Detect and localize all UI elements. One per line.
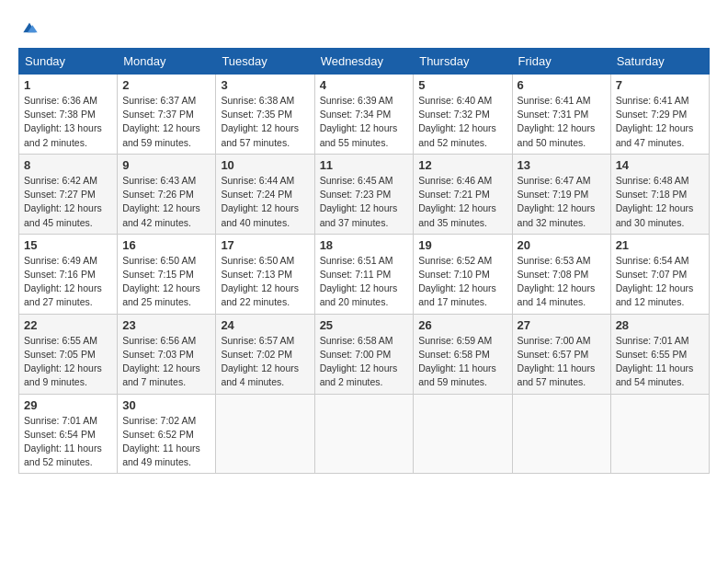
day-number: 4 [320,78,409,92]
day-number: 3 [221,78,309,92]
calendar-cell [414,394,512,474]
calendar-cell: 22Sunrise: 6:55 AMSunset: 7:05 PMDayligh… [19,314,118,394]
calendar-cell [216,394,314,474]
calendar-cell: 11Sunrise: 6:45 AMSunset: 7:23 PMDayligh… [314,154,414,234]
week-row-5: 29Sunrise: 7:01 AMSunset: 6:54 PMDayligh… [19,394,710,474]
day-content: Sunrise: 6:56 AMSunset: 7:03 PMDaylight:… [122,334,210,390]
calendar-cell: 4Sunrise: 6:39 AMSunset: 7:34 PMDaylight… [314,75,414,155]
day-number: 25 [320,318,409,332]
logo-icon [20,18,39,37]
week-row-1: 1Sunrise: 6:36 AMSunset: 7:38 PMDaylight… [19,75,710,155]
day-content: Sunrise: 6:41 AMSunset: 7:31 PMDaylight:… [518,94,606,150]
day-number: 28 [616,318,704,332]
day-content: Sunrise: 6:37 AMSunset: 7:37 PMDaylight:… [122,94,210,150]
day-content: Sunrise: 7:02 AMSunset: 6:52 PMDaylight:… [122,414,210,470]
day-content: Sunrise: 6:41 AMSunset: 7:29 PMDaylight:… [616,94,704,150]
week-row-3: 15Sunrise: 6:49 AMSunset: 7:16 PMDayligh… [19,234,710,314]
day-number: 15 [24,238,112,252]
calendar-cell: 7Sunrise: 6:41 AMSunset: 7:29 PMDaylight… [610,75,709,155]
calendar-cell: 9Sunrise: 6:43 AMSunset: 7:26 PMDaylight… [118,154,216,234]
day-content: Sunrise: 7:00 AMSunset: 6:57 PMDaylight:… [518,334,606,390]
day-content: Sunrise: 6:40 AMSunset: 7:32 PMDaylight:… [418,94,506,150]
weekday-header-thursday: Thursday [414,49,512,75]
day-number: 19 [418,238,506,252]
day-number: 29 [24,398,112,412]
calendar-cell [610,394,709,474]
calendar-cell: 29Sunrise: 7:01 AMSunset: 6:54 PMDayligh… [19,394,118,474]
day-content: Sunrise: 6:48 AMSunset: 7:18 PMDaylight:… [616,174,704,230]
day-content: Sunrise: 6:47 AMSunset: 7:19 PMDaylight:… [518,174,606,230]
weekday-header-sunday: Sunday [19,49,118,75]
day-number: 1 [24,78,112,92]
day-content: Sunrise: 6:36 AMSunset: 7:38 PMDaylight:… [24,94,112,150]
calendar-cell: 24Sunrise: 6:57 AMSunset: 7:02 PMDayligh… [216,314,314,394]
day-number: 27 [518,318,606,332]
calendar-cell: 30Sunrise: 7:02 AMSunset: 6:52 PMDayligh… [118,394,216,474]
day-content: Sunrise: 7:01 AMSunset: 6:54 PMDaylight:… [24,414,112,470]
day-number: 21 [616,238,704,252]
day-content: Sunrise: 6:39 AMSunset: 7:34 PMDaylight:… [320,94,409,150]
day-content: Sunrise: 6:57 AMSunset: 7:02 PMDaylight:… [221,334,309,390]
day-content: Sunrise: 6:50 AMSunset: 7:15 PMDaylight:… [122,254,210,310]
week-row-4: 22Sunrise: 6:55 AMSunset: 7:05 PMDayligh… [19,314,710,394]
day-content: Sunrise: 6:54 AMSunset: 7:07 PMDaylight:… [616,254,704,310]
calendar-cell: 8Sunrise: 6:42 AMSunset: 7:27 PMDaylight… [19,154,118,234]
day-number: 26 [418,318,506,332]
day-content: Sunrise: 6:58 AMSunset: 7:00 PMDaylight:… [320,334,409,390]
weekday-header-saturday: Saturday [610,49,709,75]
weekday-header-tuesday: Tuesday [216,49,314,75]
day-content: Sunrise: 6:55 AMSunset: 7:05 PMDaylight:… [24,334,112,390]
day-number: 22 [24,318,112,332]
day-number: 16 [122,238,210,252]
day-number: 18 [320,238,409,252]
day-number: 13 [518,158,606,172]
day-number: 23 [122,318,210,332]
calendar-cell: 27Sunrise: 7:00 AMSunset: 6:57 PMDayligh… [512,314,610,394]
day-number: 8 [24,158,112,172]
calendar-cell: 25Sunrise: 6:58 AMSunset: 7:00 PMDayligh… [314,314,414,394]
day-number: 7 [616,78,704,92]
day-number: 6 [518,78,606,92]
day-number: 20 [518,238,606,252]
day-content: Sunrise: 6:49 AMSunset: 7:16 PMDaylight:… [24,254,112,310]
calendar-cell: 16Sunrise: 6:50 AMSunset: 7:15 PMDayligh… [118,234,216,314]
day-content: Sunrise: 6:52 AMSunset: 7:10 PMDaylight:… [418,254,506,310]
calendar-cell: 5Sunrise: 6:40 AMSunset: 7:32 PMDaylight… [414,75,512,155]
day-number: 5 [418,78,506,92]
calendar-cell: 1Sunrise: 6:36 AMSunset: 7:38 PMDaylight… [19,75,118,155]
day-content: Sunrise: 6:38 AMSunset: 7:35 PMDaylight:… [221,94,309,150]
calendar-cell: 10Sunrise: 6:44 AMSunset: 7:24 PMDayligh… [216,154,314,234]
day-number: 10 [221,158,309,172]
calendar-cell: 17Sunrise: 6:50 AMSunset: 7:13 PMDayligh… [216,234,314,314]
page-header [18,18,710,37]
week-row-2: 8Sunrise: 6:42 AMSunset: 7:27 PMDaylight… [19,154,710,234]
calendar-cell [512,394,610,474]
day-content: Sunrise: 6:44 AMSunset: 7:24 PMDaylight:… [221,174,309,230]
day-number: 2 [122,78,210,92]
calendar-cell: 15Sunrise: 6:49 AMSunset: 7:16 PMDayligh… [19,234,118,314]
calendar-cell: 20Sunrise: 6:53 AMSunset: 7:08 PMDayligh… [512,234,610,314]
calendar-cell: 13Sunrise: 6:47 AMSunset: 7:19 PMDayligh… [512,154,610,234]
day-content: Sunrise: 6:50 AMSunset: 7:13 PMDaylight:… [221,254,309,310]
calendar-cell: 28Sunrise: 7:01 AMSunset: 6:55 PMDayligh… [610,314,709,394]
weekday-header-monday: Monday [118,49,216,75]
day-number: 9 [122,158,210,172]
day-number: 11 [320,158,409,172]
day-content: Sunrise: 6:59 AMSunset: 6:58 PMDaylight:… [418,334,506,390]
calendar-cell: 2Sunrise: 6:37 AMSunset: 7:37 PMDaylight… [118,75,216,155]
day-content: Sunrise: 7:01 AMSunset: 6:55 PMDaylight:… [616,334,704,390]
calendar-cell: 12Sunrise: 6:46 AMSunset: 7:21 PMDayligh… [414,154,512,234]
calendar-cell: 14Sunrise: 6:48 AMSunset: 7:18 PMDayligh… [610,154,709,234]
day-number: 24 [221,318,309,332]
day-content: Sunrise: 6:46 AMSunset: 7:21 PMDaylight:… [418,174,506,230]
calendar-cell: 3Sunrise: 6:38 AMSunset: 7:35 PMDaylight… [216,75,314,155]
day-number: 12 [418,158,506,172]
calendar-cell: 19Sunrise: 6:52 AMSunset: 7:10 PMDayligh… [414,234,512,314]
day-content: Sunrise: 6:45 AMSunset: 7:23 PMDaylight:… [320,174,409,230]
day-number: 30 [122,398,210,412]
weekday-header-row: SundayMondayTuesdayWednesdayThursdayFrid… [19,49,710,75]
weekday-header-friday: Friday [512,49,610,75]
calendar-cell: 6Sunrise: 6:41 AMSunset: 7:31 PMDaylight… [512,75,610,155]
day-content: Sunrise: 6:51 AMSunset: 7:11 PMDaylight:… [320,254,409,310]
calendar-table: SundayMondayTuesdayWednesdayThursdayFrid… [18,48,710,474]
